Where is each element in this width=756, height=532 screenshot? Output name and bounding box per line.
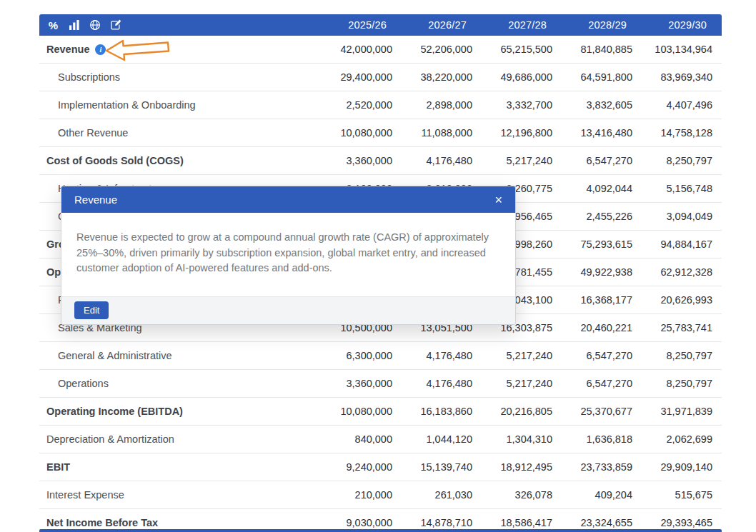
cell-value: 9,030,000 — [322, 517, 402, 528]
table-row[interactable]: Interest Expense 210,000261,030326,07840… — [39, 481, 722, 509]
cell-value: 62,912,328 — [642, 266, 722, 278]
row-label-text: Depreciation & Amortization — [46, 433, 174, 445]
cell-value: 16,183,860 — [402, 406, 482, 417]
row-label: EBIT — [39, 461, 322, 473]
cell-value: 12,196,800 — [482, 127, 562, 139]
column-header: 2029/30 — [642, 19, 722, 31]
percent-icon[interactable]: % — [47, 19, 59, 31]
row-label-text: Net Income Before Tax — [46, 517, 158, 528]
globe-icon[interactable] — [89, 19, 101, 31]
table-row[interactable]: Implementation & Onboarding 2,520,0002,8… — [39, 91, 722, 119]
table-row[interactable]: Other Revenue 10,080,00011,088,00012,196… — [39, 119, 722, 147]
cell-value: 3,360,000 — [322, 155, 402, 166]
cell-value: 261,030 — [402, 489, 482, 501]
edit-button[interactable]: Edit — [74, 301, 109, 319]
cell-value: 2,520,000 — [322, 99, 402, 111]
cell-value: 25,370,677 — [562, 406, 642, 417]
cell-value: 11,088,000 — [402, 127, 482, 139]
table-row[interactable]: General & Administrative 6,300,0004,176,… — [39, 342, 722, 370]
row-label: Operations — [39, 378, 322, 389]
cell-value: 5,217,240 — [482, 350, 562, 361]
column-header: 2028/29 — [562, 19, 642, 31]
row-label-text: Other Revenue — [58, 127, 128, 139]
cell-value: 16,368,177 — [562, 294, 642, 306]
cell-value: 15,139,740 — [402, 461, 482, 473]
cell-value: 4,176,480 — [402, 378, 482, 389]
cell-value: 6,547,270 — [562, 155, 642, 166]
cell-value: 1,304,310 — [482, 433, 562, 445]
cell-value: 3,332,700 — [482, 99, 562, 111]
row-label: Net Income Before Tax — [39, 517, 322, 528]
cell-value: 515,675 — [642, 489, 722, 501]
row-label: Revenue i — [39, 44, 322, 55]
cell-value: 5,156,748 — [642, 183, 722, 194]
cell-value: 81,840,885 — [562, 44, 642, 55]
next-section-header — [39, 529, 722, 532]
cell-value: 20,216,805 — [482, 406, 562, 417]
modal-header: Revenue × — [61, 186, 515, 213]
bar-chart-icon[interactable] — [68, 19, 80, 31]
cell-value: 1,636,818 — [562, 433, 642, 445]
cell-value: 29,400,000 — [322, 71, 402, 83]
row-label-text: Operating Income (EBITDA) — [46, 406, 183, 417]
cell-value: 38,220,000 — [402, 71, 482, 83]
row-label-text: Interest Expense — [46, 489, 124, 501]
cell-value: 5,217,240 — [482, 378, 562, 389]
cell-value: 3,094,049 — [642, 211, 722, 222]
cell-value: 840,000 — [322, 433, 402, 445]
table-row[interactable]: Cost of Goods Sold (COGS) 3,360,0004,176… — [39, 147, 722, 175]
row-label-text: Implementation & Onboarding — [58, 99, 196, 111]
cell-value: 83,969,340 — [642, 71, 722, 83]
cell-value: 4,176,480 — [402, 350, 482, 361]
edit-icon[interactable] — [109, 19, 121, 31]
row-label-text: Operations — [58, 378, 109, 389]
cell-value: 3,360,000 — [322, 378, 402, 389]
row-label-text: EBIT — [46, 461, 70, 473]
table-row[interactable]: Depreciation & Amortization 840,0001,044… — [39, 426, 722, 453]
cell-value: 4,176,480 — [402, 155, 482, 166]
row-label: Implementation & Onboarding — [39, 99, 322, 111]
row-label: Other Revenue — [39, 127, 322, 139]
table-row[interactable]: Subscriptions 29,400,00038,220,00049,686… — [39, 64, 722, 91]
cell-value: 10,080,000 — [322, 127, 402, 139]
cell-value: 14,758,128 — [642, 127, 722, 139]
cell-value: 326,078 — [482, 489, 562, 501]
cell-value: 210,000 — [322, 489, 402, 501]
cell-value: 49,686,000 — [482, 71, 562, 83]
cell-value: 8,250,797 — [642, 155, 722, 166]
cell-value: 65,215,500 — [482, 44, 562, 55]
row-label: Subscriptions — [39, 71, 322, 83]
table-row[interactable]: Operations 3,360,0004,176,4805,217,2406,… — [39, 370, 722, 398]
cell-value: 23,733,859 — [562, 461, 642, 473]
cell-value: 14,878,710 — [402, 517, 482, 528]
column-header: 2025/26 — [322, 19, 402, 31]
table-toolbar: % — [39, 19, 322, 31]
row-label-text: Cost of Goods Sold (COGS) — [46, 155, 184, 166]
cell-value: 2,062,699 — [642, 433, 722, 445]
close-icon[interactable]: × — [494, 194, 502, 206]
cell-value: 8,250,797 — [642, 378, 722, 389]
cell-value: 6,547,270 — [562, 350, 642, 361]
cell-value: 409,204 — [562, 489, 642, 501]
cell-value: 49,922,938 — [562, 266, 642, 278]
row-label: Operating Income (EBITDA) — [39, 406, 322, 417]
modal-title: Revenue — [74, 194, 117, 206]
cell-value: 4,092,044 — [562, 183, 642, 194]
cell-value: 10,080,000 — [322, 406, 402, 417]
cell-value: 94,884,167 — [642, 239, 722, 250]
cell-value: 4,407,496 — [642, 99, 722, 111]
cell-value: 103,134,964 — [642, 44, 722, 55]
cell-value: 18,912,495 — [482, 461, 562, 473]
table-row[interactable]: EBIT 9,240,00015,139,74018,912,49523,733… — [39, 453, 722, 481]
table-row[interactable]: Operating Income (EBITDA) 10,080,00016,1… — [39, 398, 722, 426]
cell-value: 75,293,615 — [562, 239, 642, 250]
cell-value: 31,971,839 — [642, 406, 722, 417]
cell-value: 13,416,480 — [562, 127, 642, 139]
cell-value: 42,000,000 — [322, 44, 402, 55]
cell-value: 6,547,270 — [562, 378, 642, 389]
row-label: Cost of Goods Sold (COGS) — [39, 155, 322, 166]
cell-value: 52,206,000 — [402, 44, 482, 55]
column-header: 2027/28 — [482, 19, 562, 31]
modal-footer: Edit — [61, 296, 515, 324]
row-label-text: Revenue — [46, 44, 89, 55]
